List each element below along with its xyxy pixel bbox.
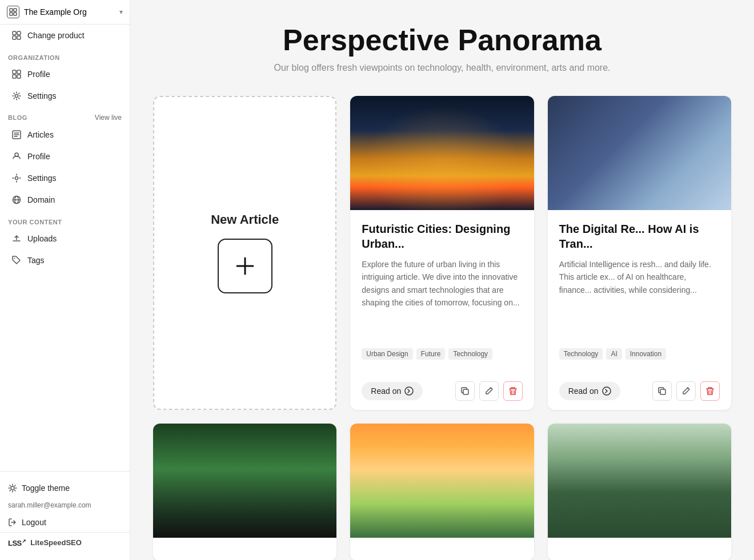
svg-rect-6 bbox=[13, 36, 16, 39]
main-content: Perspective Panorama Our blog offers fre… bbox=[130, 0, 754, 560]
sidebar-item-org-profile[interactable]: Profile bbox=[3, 64, 126, 84]
article-body bbox=[548, 538, 731, 560]
svg-rect-5 bbox=[17, 31, 21, 35]
sidebar-item-blog-settings[interactable]: Settings bbox=[3, 168, 126, 188]
article-card bbox=[350, 424, 534, 560]
sidebar-item-tags[interactable]: Tags bbox=[3, 250, 126, 271]
sidebar-item-uploads[interactable]: Uploads bbox=[3, 228, 126, 249]
svg-rect-8 bbox=[13, 70, 16, 74]
read-on-button[interactable]: Read on bbox=[362, 382, 423, 400]
article-body bbox=[153, 538, 336, 560]
new-article-card[interactable]: New Article bbox=[153, 96, 336, 410]
org-name: The Example Org bbox=[24, 7, 115, 17]
org-settings-label: Settings bbox=[27, 91, 57, 100]
view-live-link[interactable]: View live bbox=[95, 114, 122, 122]
page-title: Perspective Panorama bbox=[153, 23, 731, 57]
svg-rect-24 bbox=[463, 389, 468, 394]
sidebar-item-blog-profile[interactable]: Profile bbox=[3, 146, 126, 167]
articles-grid: New Article Futuristic Cities: Designing… bbox=[153, 96, 731, 560]
tag: Future bbox=[416, 348, 446, 360]
read-on-label: Read on bbox=[371, 386, 401, 396]
article-body: The Digital Re... How AI is Tran... Arti… bbox=[548, 210, 731, 381]
tags-icon bbox=[11, 255, 22, 265]
article-image bbox=[548, 96, 731, 210]
sidebar-item-articles[interactable]: Articles bbox=[3, 124, 126, 145]
article-excerpt: Artificial Intelligence is resh... and d… bbox=[559, 258, 720, 340]
new-article-label: New Article bbox=[211, 212, 279, 227]
lss-logo: LSS↗ bbox=[8, 538, 26, 547]
sidebar-footer: Toggle theme sarah.miller@example.com Lo… bbox=[0, 471, 130, 560]
article-tags: Urban Design Future Technology bbox=[362, 348, 522, 360]
tag: Technology bbox=[559, 348, 603, 360]
edit-button[interactable] bbox=[676, 381, 696, 401]
blog-profile-label: Profile bbox=[27, 152, 50, 161]
blog-section-header: Blog View live bbox=[0, 107, 130, 124]
svg-point-14 bbox=[15, 153, 18, 156]
org-settings-icon bbox=[11, 91, 22, 101]
toggle-theme-button[interactable]: Toggle theme bbox=[0, 478, 130, 498]
logout-icon bbox=[8, 518, 17, 527]
article-card bbox=[153, 424, 336, 560]
copy-button[interactable] bbox=[455, 381, 475, 401]
delete-button[interactable] bbox=[700, 381, 720, 401]
tag: AI bbox=[606, 348, 621, 360]
chevron-down-icon: ▾ bbox=[119, 8, 123, 16]
sidebar: The Example Org ▾ Change product Organiz… bbox=[0, 0, 130, 560]
svg-rect-1 bbox=[14, 9, 17, 11]
article-image bbox=[350, 424, 534, 538]
svg-point-12 bbox=[15, 95, 18, 98]
edit-button[interactable] bbox=[479, 381, 499, 401]
change-product-icon bbox=[11, 30, 22, 41]
logout-button[interactable]: Logout bbox=[0, 513, 130, 532]
toggle-theme-icon bbox=[8, 484, 17, 493]
blog-profile-icon bbox=[11, 151, 22, 162]
svg-rect-4 bbox=[13, 31, 16, 35]
tags-label: Tags bbox=[27, 256, 45, 265]
lss-label: LiteSpeedSEO bbox=[30, 538, 82, 547]
article-tags: Technology AI Innovation bbox=[559, 348, 720, 360]
articles-label: Articles bbox=[27, 130, 54, 139]
svg-rect-7 bbox=[17, 36, 21, 39]
article-actions bbox=[652, 381, 720, 401]
organization-section-label: Organization bbox=[0, 46, 130, 63]
read-on-button[interactable]: Read on bbox=[559, 382, 620, 400]
uploads-icon bbox=[11, 233, 22, 244]
articles-icon bbox=[11, 130, 22, 140]
tag: Urban Design bbox=[362, 348, 412, 360]
blog-settings-label: Settings bbox=[27, 174, 57, 183]
tag: Innovation bbox=[625, 348, 666, 360]
article-title: The Digital Re... How AI is Tran... bbox=[559, 221, 720, 251]
your-content-section-label: Your Content bbox=[0, 211, 130, 228]
toggle-theme-label: Toggle theme bbox=[22, 484, 70, 493]
article-card bbox=[548, 424, 731, 560]
page-subtitle: Our blog offers fresh viewpoints on tech… bbox=[153, 63, 731, 73]
svg-rect-26 bbox=[660, 389, 665, 394]
sidebar-item-domain[interactable]: Domain bbox=[3, 190, 126, 210]
svg-rect-10 bbox=[13, 75, 16, 78]
change-product-label: Change product bbox=[27, 31, 85, 40]
article-title: Futuristic Cities: Designing Urban... bbox=[362, 221, 522, 251]
article-excerpt: Explore the future of urban living in th… bbox=[362, 258, 522, 340]
org-icon bbox=[7, 6, 19, 18]
svg-rect-2 bbox=[10, 13, 13, 15]
article-footer: Read on bbox=[548, 381, 731, 410]
article-image bbox=[548, 424, 731, 538]
org-selector[interactable]: The Example Org ▾ bbox=[0, 0, 130, 25]
tag: Technology bbox=[448, 348, 492, 360]
org-profile-icon bbox=[11, 69, 22, 79]
article-actions bbox=[455, 381, 523, 401]
sidebar-item-org-settings[interactable]: Settings bbox=[3, 86, 126, 106]
svg-rect-9 bbox=[17, 70, 21, 74]
uploads-label: Uploads bbox=[27, 234, 57, 243]
article-image bbox=[153, 424, 336, 538]
delete-button[interactable] bbox=[503, 381, 523, 401]
change-product-button[interactable]: Change product bbox=[3, 25, 126, 46]
blog-section-label: Blog bbox=[8, 114, 27, 121]
svg-rect-3 bbox=[14, 13, 17, 15]
svg-point-20 bbox=[11, 486, 14, 490]
copy-button[interactable] bbox=[652, 381, 672, 401]
blog-settings-icon bbox=[11, 173, 22, 183]
article-image bbox=[350, 96, 534, 210]
svg-rect-0 bbox=[10, 9, 13, 11]
page-header: Perspective Panorama Our blog offers fre… bbox=[153, 23, 731, 73]
